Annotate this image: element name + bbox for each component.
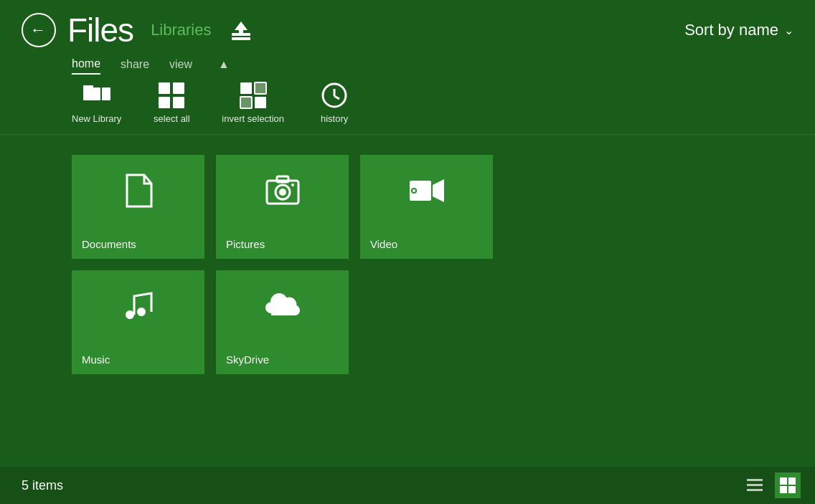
- tile-pictures-label: Pictures: [226, 238, 265, 250]
- grid-view-button[interactable]: [775, 472, 801, 498]
- tile-video[interactable]: Video: [360, 155, 493, 259]
- svg-rect-10: [240, 82, 252, 94]
- tab-home[interactable]: home: [72, 54, 100, 75]
- new-library-icon: [83, 82, 110, 109]
- tile-pictures[interactable]: Pictures: [216, 155, 349, 259]
- tiles-row-2: Music SkyDrive: [72, 270, 793, 374]
- page-title: Files: [67, 14, 133, 47]
- ribbon-actions: New Library select all invert selection …: [0, 75, 815, 135]
- svg-rect-1: [232, 37, 250, 40]
- svg-rect-26: [747, 479, 763, 481]
- video-icon: [408, 172, 446, 209]
- back-button[interactable]: ←: [22, 13, 56, 47]
- svg-rect-11: [255, 82, 266, 94]
- document-icon: [120, 172, 157, 209]
- svg-rect-27: [747, 484, 763, 486]
- chevron-down-icon: ⌄: [784, 24, 793, 37]
- tile-music-label: Music: [82, 353, 110, 366]
- header: ← Files Libraries Sort by name ⌄: [0, 0, 815, 47]
- ribbon-tabs: home share view ▲: [0, 47, 815, 75]
- svg-rect-9: [173, 97, 184, 108]
- main-content: Documents Pictures Video: [0, 135, 815, 389]
- upload-icon[interactable]: [230, 20, 252, 40]
- new-library-label: New Library: [72, 113, 121, 124]
- svg-marker-2: [235, 22, 248, 34]
- svg-rect-7: [173, 82, 184, 94]
- list-view-button[interactable]: [742, 472, 768, 498]
- svg-rect-3: [83, 87, 100, 100]
- grid-view-icon: [780, 477, 796, 493]
- sort-by-button[interactable]: Sort by name ⌄: [684, 21, 793, 39]
- svg-rect-12: [240, 97, 252, 108]
- svg-rect-8: [159, 97, 170, 108]
- invert-selection-button[interactable]: invert selection: [222, 82, 284, 124]
- svg-rect-31: [780, 486, 787, 493]
- svg-rect-32: [788, 486, 796, 493]
- history-label: history: [321, 113, 348, 124]
- tile-video-label: Video: [370, 238, 397, 250]
- status-view-icons: [742, 472, 801, 498]
- svg-rect-29: [780, 477, 787, 485]
- invert-selection-label: invert selection: [222, 113, 284, 124]
- history-icon: [321, 82, 348, 109]
- tile-documents[interactable]: Documents: [72, 155, 204, 259]
- svg-rect-30: [788, 477, 796, 485]
- tile-music[interactable]: Music: [72, 270, 204, 374]
- items-count: 5 items: [22, 478, 63, 493]
- tile-skydrive-label: SkyDrive: [226, 353, 269, 366]
- cloud-icon: [264, 287, 301, 325]
- header-left: ← Files Libraries: [22, 13, 252, 47]
- tab-view[interactable]: view: [169, 55, 192, 74]
- tiles-row-1: Documents Pictures Video: [72, 155, 793, 259]
- invert-selection-icon: [240, 82, 267, 109]
- svg-rect-6: [159, 82, 170, 94]
- list-view-icon: [747, 477, 763, 493]
- svg-rect-28: [747, 489, 763, 491]
- svg-point-25: [413, 189, 415, 192]
- tab-share[interactable]: share: [121, 55, 149, 74]
- back-arrow-icon: ←: [30, 22, 46, 38]
- tile-documents-label: Documents: [82, 238, 136, 250]
- select-all-icon: [158, 82, 185, 109]
- sort-by-label: Sort by name: [684, 21, 778, 39]
- history-button[interactable]: history: [313, 82, 356, 124]
- select-all-label: select all: [154, 113, 190, 124]
- breadcrumb-libraries[interactable]: Libraries: [151, 21, 211, 39]
- svg-rect-20: [277, 176, 288, 182]
- music-icon: [120, 287, 157, 325]
- select-all-button[interactable]: select all: [150, 82, 193, 124]
- svg-rect-5: [102, 87, 110, 100]
- svg-point-21: [291, 184, 294, 186]
- svg-rect-4: [83, 85, 93, 88]
- new-library-button[interactable]: New Library: [72, 82, 121, 124]
- svg-marker-23: [433, 179, 444, 202]
- svg-point-19: [279, 189, 286, 196]
- camera-icon: [264, 172, 301, 209]
- tile-skydrive[interactable]: SkyDrive: [216, 270, 349, 374]
- svg-line-16: [334, 96, 339, 99]
- ribbon-collapse-icon[interactable]: ▲: [218, 58, 230, 71]
- status-bar: 5 items: [0, 467, 815, 504]
- svg-rect-13: [255, 97, 266, 108]
